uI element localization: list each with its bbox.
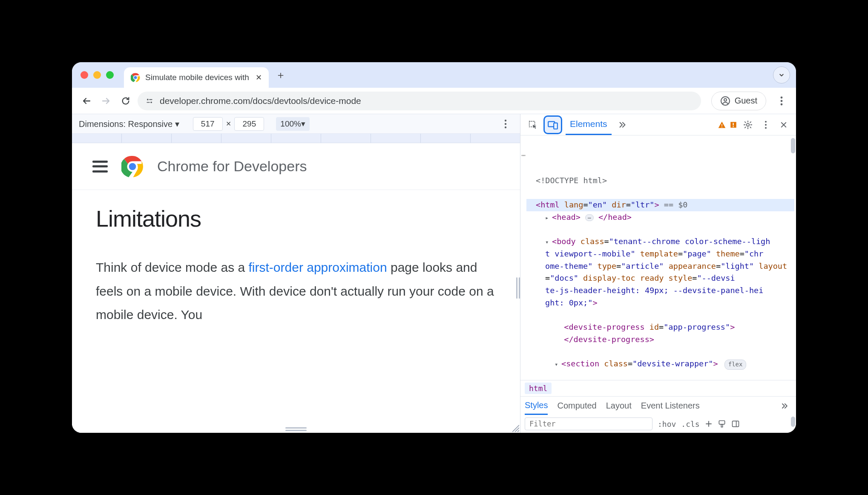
styles-filter-input[interactable] — [525, 417, 652, 430]
svg-point-10 — [781, 100, 783, 102]
profile-button[interactable]: Guest — [711, 92, 766, 110]
hamburger-menu-button[interactable] — [92, 161, 108, 173]
svg-rect-30 — [719, 421, 724, 424]
tab-event-listeners[interactable]: Event Listeners — [641, 401, 700, 411]
styles-tabbar: Styles Computed Layout Event Listeners — [520, 396, 796, 415]
svg-rect-21 — [721, 124, 722, 126]
browser-menu-button[interactable] — [774, 93, 789, 109]
reload-button[interactable] — [118, 93, 133, 109]
computed-styles-button[interactable] — [718, 420, 726, 428]
tab-styles[interactable]: Styles — [525, 397, 548, 415]
chevron-down-icon — [778, 71, 785, 79]
arrow-left-icon — [81, 96, 92, 106]
svg-rect-4 — [149, 99, 152, 100]
window-close-button[interactable] — [80, 71, 88, 79]
dom-breadcrumb[interactable]: html — [520, 380, 796, 396]
new-tab-button[interactable]: ＋ — [273, 67, 288, 83]
dots-vertical-icon — [504, 119, 507, 129]
profile-label: Guest — [735, 96, 757, 106]
toggle-device-button[interactable] — [543, 115, 562, 134]
toggle-sidebar-button[interactable] — [731, 420, 740, 428]
styles-toolbar: :hov .cls — [520, 415, 796, 433]
svg-point-12 — [505, 119, 506, 121]
selected-line-indicator: ⋯ — [521, 150, 526, 161]
page-site-title: Chrome for Developers — [157, 158, 307, 175]
tab-computed[interactable]: Computed — [557, 401, 596, 411]
warning-icon — [718, 121, 726, 129]
inspect-element-button[interactable] — [526, 118, 540, 132]
rendered-page[interactable]: Chrome for Developers Limitations Think … — [72, 143, 520, 433]
svg-point-8 — [724, 98, 727, 101]
person-icon — [720, 96, 730, 106]
svg-rect-31 — [721, 424, 722, 427]
forward-button[interactable] — [98, 93, 114, 109]
content-area: Dimensions: Responsive ▾ 517 × 295 100% … — [72, 114, 796, 433]
svg-rect-22 — [721, 127, 722, 127]
back-button[interactable] — [79, 93, 94, 109]
devtools-menu-button[interactable] — [759, 118, 773, 132]
tab-strip: Simulate mobile devices with ✕ ＋ — [72, 62, 796, 88]
devtools-settings-button[interactable] — [741, 118, 755, 132]
dom-tree[interactable]: ⋯ <!DOCTYPE html> <html lang="en" dir="l… — [520, 135, 796, 380]
site-settings-icon — [145, 97, 154, 105]
flag-icon — [730, 121, 737, 129]
browser-toolbar: developer.chrome.com/docs/devtools/devic… — [72, 88, 796, 114]
tab-elements[interactable]: Elements — [566, 114, 612, 135]
svg-point-2 — [134, 76, 137, 79]
url-text: developer.chrome.com/docs/devtools/devic… — [160, 96, 361, 106]
tab-close-button[interactable]: ✕ — [256, 73, 262, 82]
svg-point-3 — [147, 98, 149, 100]
resize-handle-bottom[interactable] — [283, 427, 309, 431]
height-input[interactable]: 295 — [234, 117, 264, 131]
svg-point-5 — [150, 101, 152, 103]
window-zoom-button[interactable] — [106, 71, 114, 79]
address-bar[interactable]: developer.chrome.com/docs/devtools/devic… — [138, 92, 701, 110]
new-style-rule-button[interactable] — [705, 420, 713, 428]
dimensions-dropdown[interactable]: Dimensions: Responsive ▾ — [79, 119, 179, 129]
styles-scrollbar[interactable] — [791, 417, 795, 427]
styles-tabs-overflow[interactable] — [777, 399, 792, 413]
svg-rect-20 — [554, 123, 558, 129]
browser-window: Simulate mobile devices with ✕ ＋ develop… — [72, 62, 796, 433]
zoom-dropdown[interactable]: 100% ▾ — [276, 117, 310, 131]
device-toolbar-menu[interactable] — [498, 116, 513, 132]
svg-point-13 — [505, 123, 506, 124]
reload-icon — [121, 96, 130, 106]
close-icon — [780, 121, 788, 129]
svg-rect-32 — [732, 421, 739, 426]
svg-point-11 — [781, 103, 783, 105]
dots-vertical-icon — [765, 121, 767, 129]
arrow-right-icon — [101, 96, 111, 106]
dots-vertical-icon — [780, 96, 783, 106]
dom-scrollbar[interactable] — [791, 138, 795, 153]
issues-indicator[interactable] — [730, 121, 737, 129]
window-minimize-button[interactable] — [93, 71, 101, 79]
device-canvas: Chrome for Developers Limitations Think … — [72, 143, 520, 433]
cls-toggle[interactable]: .cls — [681, 420, 699, 429]
device-ruler[interactable] — [72, 134, 520, 143]
resize-handle-corner[interactable] — [511, 423, 519, 432]
browser-tab[interactable]: Simulate mobile devices with ✕ — [124, 67, 269, 88]
svg-point-28 — [765, 124, 767, 126]
svg-point-9 — [781, 96, 783, 98]
chrome-logo-icon — [121, 155, 144, 178]
tab-layout[interactable]: Layout — [606, 401, 632, 411]
devices-icon — [547, 119, 558, 130]
page-paragraph: Think of device mode as a first-order ap… — [96, 256, 496, 327]
width-input[interactable]: 517 — [193, 117, 223, 131]
hov-toggle[interactable]: :hov — [658, 420, 676, 429]
svg-point-29 — [765, 127, 767, 129]
warnings-indicator[interactable] — [718, 121, 726, 129]
tab-search-button[interactable] — [773, 66, 790, 83]
brush-icon — [718, 420, 726, 428]
inspect-icon — [528, 120, 537, 130]
page-link[interactable]: first-order approximation — [249, 260, 387, 274]
devtools-close-button[interactable] — [776, 118, 791, 132]
breadcrumb-item[interactable]: html — [525, 383, 552, 394]
page-body: Limitations Think of device mode as a fi… — [72, 190, 520, 342]
svg-rect-6 — [147, 102, 150, 103]
devtools-panel: Elements — [520, 114, 796, 433]
tabs-overflow-button[interactable] — [615, 118, 629, 132]
resize-handle-right[interactable] — [516, 275, 520, 301]
svg-point-14 — [505, 126, 506, 128]
